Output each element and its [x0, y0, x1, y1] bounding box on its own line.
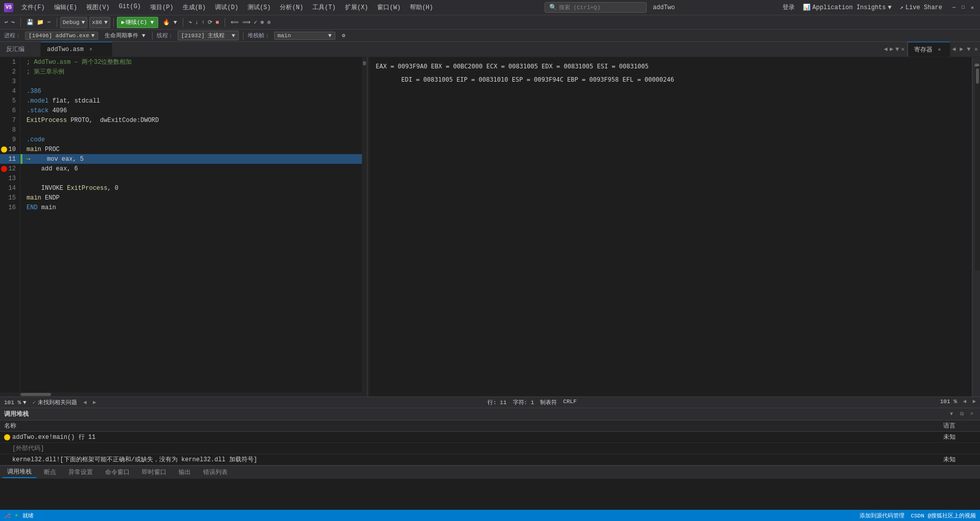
menu-analyze[interactable]: 分析(N) — [276, 2, 307, 13]
panel-close-button[interactable]: × — [968, 410, 976, 418]
menu-file[interactable]: 文件(F) — [17, 2, 49, 13]
line-num-10: 10 — [0, 144, 20, 154]
zoom-control[interactable]: 101 % ▼ — [4, 400, 27, 406]
tab-close-all[interactable]: ✕ — [901, 45, 904, 53]
vs-logo: VS — [4, 3, 13, 12]
add-source-label[interactable]: 添加到源代码管理 — [860, 512, 904, 519]
call-stack-row-1[interactable]: addTwo.exe!main() 行 11 未知 — [0, 432, 980, 443]
crlf-status: CRLF — [563, 399, 576, 406]
code-line-13 — [22, 173, 362, 183]
menu-edit[interactable]: 编辑(E) — [50, 2, 82, 13]
panel-float-button[interactable]: ⧉ — [958, 410, 966, 418]
line-num-8: 8 — [0, 125, 20, 135]
reg-zoom: 101 % — [940, 399, 957, 406]
live-share-button[interactable]: ↗ Live Share — [900, 4, 942, 11]
code-line-16: END main — [22, 203, 362, 212]
window-controls: — □ ✕ — [950, 4, 976, 11]
lifecycle-button[interactable]: 生命周期事件 ▼ — [102, 30, 148, 41]
code-editor[interactable]: 1 2 3 4 5 6 7 8 9 10 11 12 13 14 — [0, 57, 367, 392]
menu-test[interactable]: 测试(S) — [243, 2, 275, 13]
tab-bar: 反汇编 addTwo.asm × ◄ ► ▼ ✕ 寄存器 ✕ ◄ ► ▼ ✕ — [0, 42, 980, 57]
config-label: Debug — [63, 19, 80, 26]
reg-nav-next[interactable]: ► — [972, 399, 976, 406]
platform-dropdown[interactable]: x86 ▼ — [89, 17, 110, 28]
call-stack-row-3[interactable]: kernel32.dll![下面的框架可能不正确和/或缺失，没有为 kernel… — [0, 454, 980, 465]
menu-tools[interactable]: 工具(T) — [308, 2, 340, 13]
footer-tab-callstack[interactable]: 调用堆栈 — [2, 466, 37, 478]
file-tab-close[interactable]: × — [87, 45, 95, 54]
menu-extensions[interactable]: 扩展(X) — [341, 2, 373, 13]
code-line-8 — [22, 125, 362, 135]
register-tab-close[interactable]: ✕ — [936, 45, 944, 54]
call-stack-row-2[interactable]: [外部代码] — [0, 443, 980, 454]
footer-tab-command[interactable]: 命令窗口 — [100, 467, 135, 478]
menu-debug[interactable]: 调试(D) — [211, 2, 242, 13]
git-icon: ⎇ — [4, 512, 11, 519]
restore-button[interactable]: □ — [960, 4, 967, 11]
save-group[interactable]: 💾 📁 ✂ — [24, 17, 54, 28]
tab-left-scroll[interactable]: ◄ — [884, 46, 888, 53]
continue-button[interactable]: ▶ 继续(C) ▼ — [117, 17, 159, 28]
platform-dropdown-icon: ▼ — [104, 19, 108, 26]
title-search-box[interactable]: 🔍 搜索 (Ctrl+Q) — [545, 2, 647, 13]
editor-vscroll[interactable] — [362, 57, 367, 392]
minimize-button[interactable]: — — [950, 4, 958, 11]
line-num-14: 14 — [0, 183, 20, 193]
fire-button[interactable]: 🔥 ▼ — [160, 17, 179, 28]
debug-nav-group[interactable]: ↷ ↓ ↑ ⟳ ■ — [186, 17, 222, 28]
menu-git[interactable]: Git(G) — [115, 2, 145, 13]
main-area: 1 2 3 4 5 6 7 8 9 10 11 12 13 14 — [0, 57, 980, 396]
nav-next-button[interactable]: ► — [93, 400, 96, 406]
step-into-icon: ↓ — [195, 19, 199, 26]
footer-tab-output[interactable]: 输出 — [174, 467, 196, 478]
register-vscroll[interactable] — [975, 66, 980, 270]
code-content[interactable]: ; AddTwo.asm – 两个32位整数相加 ; 第三章示例 .386 .m… — [22, 57, 362, 392]
menu-window[interactable]: 窗口(W) — [373, 2, 405, 13]
stack-extra-button[interactable]: ⚙ — [339, 30, 348, 41]
menu-project[interactable]: 项目(P) — [146, 2, 178, 13]
more-debug-buttons[interactable]: ⟸ ⟹ ✓ ⊕ ⊘ — [228, 17, 273, 28]
disasm-label: 反汇编 — [6, 45, 24, 54]
register-tab[interactable]: 寄存器 ✕ — [908, 42, 950, 57]
code-line-2: ; 第三章示例 — [22, 67, 362, 77]
menu-view[interactable]: 视图(V) — [82, 2, 114, 13]
editor-hscroll[interactable] — [0, 392, 367, 396]
menu-help[interactable]: 帮助(H) — [406, 2, 437, 13]
line-num-3: 3 — [0, 77, 20, 86]
title-bar-right: 登录 📊 Application Insights ▼ ↗ Live Share… — [782, 3, 976, 12]
no-issues-indicator[interactable]: ✓ 未找到相关问题 — [33, 399, 78, 406]
col-lang-header: 语言 — [939, 420, 980, 432]
close-button[interactable]: ✕ — [969, 4, 976, 11]
reg-tab-controls[interactable]: ◄ ► ▼ ✕ — [952, 45, 978, 53]
tab-dropdown[interactable]: ▼ — [895, 46, 899, 53]
play-label: 继续(C) ▼ — [126, 18, 154, 26]
undo-redo-group[interactable]: ↩ ↪ — [2, 17, 17, 28]
stack-dropdown[interactable]: main ▼ — [274, 32, 335, 40]
debug-sep2 — [243, 32, 243, 40]
app-insights-button[interactable]: 📊 Application Insights ▼ — [803, 4, 892, 11]
config-dropdown[interactable]: Debug ▼ — [60, 17, 88, 28]
call-stack-table-wrapper: 名称 语言 addTwo.exe!main() 行 11 未知 — [0, 420, 980, 465]
login-button[interactable]: 登录 — [782, 3, 795, 12]
line-num-7: 7 — [0, 115, 20, 125]
panel-title: 调用堆栈 — [4, 410, 29, 418]
nav-prev-button[interactable]: ◄ — [83, 400, 87, 406]
sep3 — [113, 18, 114, 27]
footer-tab-errors[interactable]: 错误列表 — [198, 467, 233, 478]
footer-tab-breakpoints[interactable]: 断点 — [39, 467, 61, 478]
footer-tab-exceptions[interactable]: 异常设置 — [63, 467, 98, 478]
line-numbers: 1 2 3 4 5 6 7 8 9 10 11 12 13 14 — [0, 57, 20, 392]
tab-right-scroll[interactable]: ► — [890, 46, 893, 53]
process-dropdown[interactable]: [19496] addTwo.exe ▼ — [25, 32, 98, 40]
search-icon: 🔍 — [549, 4, 557, 11]
status-right: 行: 11 字符: 1 制表符 CRLF 101 % ◄ ► — [487, 399, 976, 406]
editor-panel: 1 2 3 4 5 6 7 8 9 10 11 12 13 14 — [0, 57, 368, 396]
thread-dropdown[interactable]: [21932] 主线程 ▼ — [178, 31, 239, 40]
panel-pin-button[interactable]: ▼ — [947, 410, 955, 418]
reg-nav-prev[interactable]: ◄ — [963, 399, 967, 406]
line-num-11: 11 — [0, 154, 20, 164]
call-icon-1 — [4, 434, 10, 440]
file-tab-addtwo[interactable]: addTwo.asm × — [41, 42, 112, 57]
menu-build[interactable]: 生成(B) — [179, 2, 210, 13]
footer-tab-immediate[interactable]: 即时窗口 — [137, 467, 172, 478]
